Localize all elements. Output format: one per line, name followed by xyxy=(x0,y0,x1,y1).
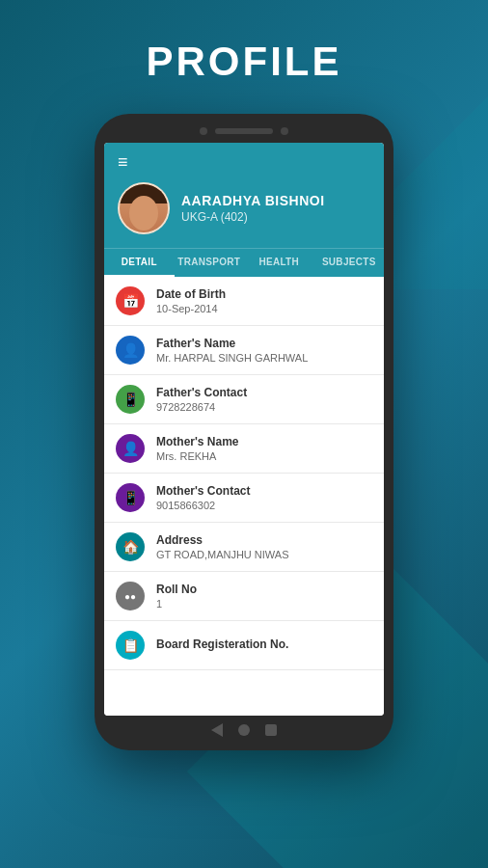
tab-health[interactable]: HEALTH xyxy=(244,249,314,277)
mother-name-value: Mrs. REKHA xyxy=(156,450,372,462)
father-contact-icon: 📱 xyxy=(116,385,145,414)
rollno-label: Roll No xyxy=(156,583,372,596)
dob-value: 10-Sep-2014 xyxy=(156,303,372,314)
tab-detail[interactable]: DETAIL xyxy=(104,249,175,277)
address-icon: 🏠 xyxy=(116,532,145,561)
speaker-bar xyxy=(215,128,273,134)
list-item: 📅 Date of Birth 10-Sep-2014 xyxy=(104,277,384,326)
avatar-face-oval xyxy=(129,196,158,231)
address-value: GT ROAD,MANJHU NIWAS xyxy=(156,549,372,560)
list-item: 🏠 Address GT ROAD,MANJHU NIWAS xyxy=(104,523,384,572)
mother-contact-label: Mother's Contact xyxy=(156,484,372,498)
rollno-icon: ●● xyxy=(116,582,145,610)
mother-contact-value: 9015866302 xyxy=(156,500,372,511)
tab-transport[interactable]: TRANSPORT xyxy=(175,249,245,277)
mother-name-label: Mother's Name xyxy=(156,435,372,448)
phone-bottom-bar xyxy=(104,723,384,737)
list-item: 📱 Mother's Contact 9015866302 xyxy=(104,474,384,523)
tab-subjects[interactable]: SUBJECTS xyxy=(314,249,385,277)
father-contact-text: Father's Contact 9728228674 xyxy=(156,386,372,413)
board-reg-label: Board Registeration No. xyxy=(156,637,372,651)
address-text: Address GT ROAD,MANJHU NIWAS xyxy=(156,533,372,560)
mother-name-icon: 👤 xyxy=(116,434,145,463)
back-button[interactable] xyxy=(211,723,223,737)
list-item: ●● Roll No 1 xyxy=(104,572,384,621)
phone-top-bar xyxy=(104,127,384,135)
address-label: Address xyxy=(156,533,372,547)
mother-contact-icon: 📱 xyxy=(116,483,145,512)
profile-info: AARADHYA BISHNOI UKG-A (402) xyxy=(181,193,370,224)
list-item: 👤 Mother's Name Mrs. REKHA xyxy=(104,424,384,474)
camera-dot-right xyxy=(281,127,288,135)
student-class: UKG-A (402) xyxy=(181,210,370,224)
father-contact-value: 9728228674 xyxy=(156,401,372,413)
board-reg-text: Board Registeration No. xyxy=(156,637,372,653)
board-reg-icon: 📋 xyxy=(116,631,145,660)
recent-button[interactable] xyxy=(265,724,277,736)
student-name: AARADHYA BISHNOI xyxy=(181,193,370,208)
father-contact-label: Father's Contact xyxy=(156,386,372,399)
mother-name-text: Mother's Name Mrs. REKHA xyxy=(156,435,372,462)
list-container: 📅 Date of Birth 10-Sep-2014 👤 Father's N… xyxy=(104,277,384,716)
page-title: PROFILE xyxy=(146,39,341,85)
list-item: 👤 Father's Name Mr. HARPAL SINGH GARHWAL xyxy=(104,326,384,375)
phone-frame: ≡ AARADHYA BISHNOI UKG-A (402) DETAIL TR… xyxy=(95,114,393,750)
profile-section: AARADHYA BISHNOI UKG-A (402) xyxy=(118,182,370,234)
dob-label: Date of Birth xyxy=(156,287,372,301)
app-header: ≡ AARADHYA BISHNOI UKG-A (402) xyxy=(104,143,384,248)
mother-contact-text: Mother's Contact 9015866302 xyxy=(156,484,372,511)
home-button[interactable] xyxy=(238,724,250,736)
hamburger-icon[interactable]: ≡ xyxy=(118,152,370,173)
calendar-icon: 📅 xyxy=(116,286,145,315)
phone-screen: ≡ AARADHYA BISHNOI UKG-A (402) DETAIL TR… xyxy=(104,143,384,716)
father-name-label: Father's Name xyxy=(156,337,372,350)
list-item: 📱 Father's Contact 9728228674 xyxy=(104,375,384,424)
avatar xyxy=(118,182,170,234)
tabs-row: DETAIL TRANSPORT HEALTH SUBJECTS xyxy=(104,248,384,277)
camera-dot xyxy=(200,127,207,135)
list-item: 📋 Board Registeration No. xyxy=(104,621,384,670)
dob-text: Date of Birth 10-Sep-2014 xyxy=(156,287,372,314)
rollno-value: 1 xyxy=(156,598,372,610)
father-name-value: Mr. HARPAL SINGH GARHWAL xyxy=(156,352,372,364)
rollno-text: Roll No 1 xyxy=(156,583,372,610)
father-name-text: Father's Name Mr. HARPAL SINGH GARHWAL xyxy=(156,337,372,364)
father-name-icon: 👤 xyxy=(116,336,145,365)
